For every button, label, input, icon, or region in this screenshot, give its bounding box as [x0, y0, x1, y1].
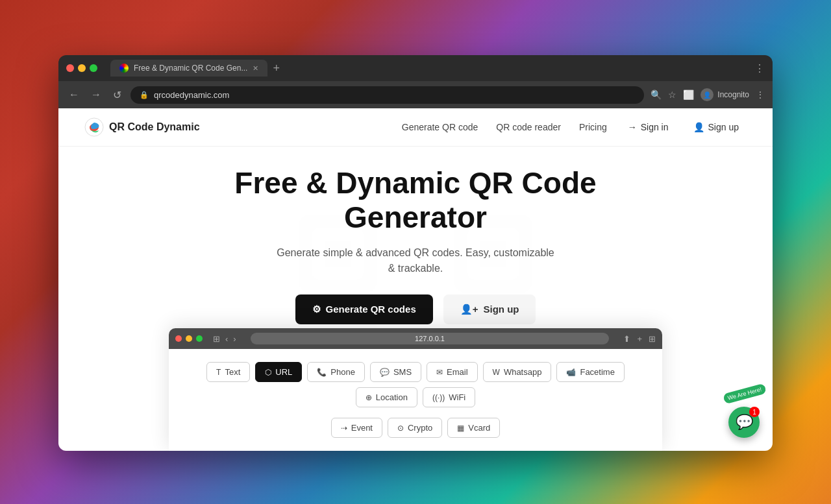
phone-icon: 📞 — [317, 368, 327, 377]
browser-titlebar: Free & Dynamic QR Code Gen... ✕ + ⋮ — [58, 55, 773, 81]
crypto-icon: ⊙ — [397, 424, 404, 433]
generate-qr-button[interactable]: ⚙ Generate QR codes — [295, 294, 433, 324]
qr-tab-facetime[interactable]: 📹 Facetime — [556, 362, 624, 382]
site-logo: QR Code Dynamic — [84, 117, 200, 137]
window-switch-icon[interactable]: ⬜ — [683, 90, 694, 100]
qr-tab-sms[interactable]: 💬 SMS — [370, 362, 421, 382]
nav-pricing-link[interactable]: Pricing — [579, 122, 607, 132]
chat-bubble: We Are Here! 💬 1 — [728, 407, 760, 438]
wifi-icon: ((·)) — [432, 393, 445, 402]
new-tab-button[interactable]: + — [270, 62, 282, 75]
signin-icon: → — [628, 122, 637, 132]
incognito-label: Incognito — [717, 90, 749, 99]
nav-reader-link[interactable]: QR code reader — [496, 122, 561, 132]
nested-close — [175, 335, 182, 342]
website-content: QR Code Dynamic Generate QR code QR code… — [58, 108, 773, 451]
tab-title: Free & Dynamic QR Code Gen... — [134, 64, 247, 73]
logo-icon — [84, 117, 104, 137]
maximize-button[interactable] — [90, 64, 97, 72]
hero-subtitle: Generate simple & advanced QR codes. Eas… — [273, 245, 558, 276]
logo-text: QR Code Dynamic — [109, 121, 200, 133]
tab-favicon — [119, 64, 129, 73]
tab-close-icon[interactable]: ✕ — [253, 64, 258, 73]
nested-address-bar: 127.0.0.1 — [251, 333, 610, 344]
location-icon: ⊕ — [366, 393, 372, 402]
nested-back-icon: ‹ — [225, 334, 228, 344]
signup-button[interactable]: 👤 Sign up — [686, 118, 747, 136]
qr-tab-vcard[interactable]: ▦ Vcard — [447, 418, 500, 438]
nested-minimize — [186, 335, 192, 342]
text-icon: T — [216, 368, 221, 377]
chat-badge: 1 — [749, 407, 760, 417]
email-icon: ✉ — [436, 368, 443, 377]
minimize-button[interactable] — [78, 64, 86, 72]
browser-window: Free & Dynamic QR Code Gen... ✕ + ⋮ ← → … — [58, 55, 773, 451]
nested-grid-icon: ⊞ — [213, 334, 220, 344]
nested-right-icons: ⬆ + ⊞ — [623, 334, 656, 344]
qr-tab-text[interactable]: T Text — [206, 362, 250, 382]
chat-button[interactable]: 💬 1 — [728, 407, 760, 438]
active-tab[interactable]: Free & Dynamic QR Code Gen... ✕ — [110, 60, 267, 77]
chat-label: We Are Here! — [723, 383, 767, 405]
tab-bar: Free & Dynamic QR Code Gen... ✕ + — [110, 60, 749, 77]
nested-add-icon: + — [637, 334, 642, 344]
qr-tab-crypto[interactable]: ⊙ Crypto — [388, 418, 442, 438]
vcard-icon: ▦ — [457, 424, 464, 433]
nested-content: T Text ⬡ URL 📞 Phone 💬 — [169, 349, 662, 451]
site-nav: QR Code Dynamic Generate QR code QR code… — [58, 108, 773, 147]
nested-forward-icon: › — [233, 334, 236, 344]
nested-share-icon: ⬆ — [623, 334, 630, 344]
event-icon: ⇢ — [341, 424, 347, 433]
qr-tab-phone[interactable]: 📞 Phone — [307, 362, 365, 382]
signin-button[interactable]: → Sign in — [620, 118, 676, 136]
address-bar[interactable]: 🔒 qrcodedynamic.com — [130, 86, 644, 104]
hero-signup-icon: 👤+ — [460, 304, 478, 315]
qr-tab-event[interactable]: ⇢ Event — [331, 418, 382, 438]
qr-tabs-row2: ⇢ Event ⊙ Crypto ▦ Vcard — [188, 418, 643, 438]
url-icon: ⬡ — [265, 368, 271, 377]
hero-section: Free & Dynamic QR Code Generator Generat… — [58, 147, 773, 451]
url-text: qrcodedynamic.com — [154, 90, 229, 100]
nav-auth: → Sign in 👤 Sign up — [620, 118, 747, 136]
browser-toolbar: ← → ↺ 🔒 qrcodedynamic.com 🔍 ☆ ⬜ 👤 Incogn… — [58, 81, 773, 108]
facetime-icon: 📹 — [566, 368, 576, 377]
nested-toolbar-icons: ⊞ ‹ › — [213, 334, 236, 344]
qr-tab-whatsapp[interactable]: W Whatsapp — [483, 362, 552, 382]
nested-maximize — [196, 335, 203, 342]
incognito-button[interactable]: 👤 Incognito — [701, 88, 749, 101]
incognito-icon: 👤 — [701, 88, 713, 101]
search-icon[interactable]: 🔍 — [651, 90, 662, 100]
window-menu-icon[interactable]: ⋮ — [754, 62, 765, 75]
toolbar-right: 🔍 ☆ ⬜ 👤 Incognito ⋮ — [651, 88, 765, 101]
hero-buttons: ⚙ Generate QR codes 👤+ Sign up — [295, 294, 536, 324]
refresh-button[interactable]: ↺ — [110, 86, 124, 104]
generate-icon: ⚙ — [312, 304, 321, 315]
qr-tab-email[interactable]: ✉ Email — [427, 362, 478, 382]
bookmark-icon[interactable]: ☆ — [668, 90, 676, 100]
nested-titlebar: ⊞ ‹ › 127.0.0.1 ⬆ + ⊞ — [169, 328, 662, 349]
nested-url: 127.0.0.1 — [415, 335, 445, 342]
qr-tabs-row1: T Text ⬡ URL 📞 Phone 💬 — [188, 362, 643, 407]
hero-title: Free & Dynamic QR Code Generator — [221, 166, 610, 235]
signup-icon: 👤 — [693, 122, 704, 132]
nav-links: Generate QR code QR code reader Pricing — [402, 121, 607, 133]
forward-button[interactable]: → — [88, 86, 104, 103]
lock-icon: 🔒 — [140, 91, 149, 99]
qr-tab-url[interactable]: ⬡ URL — [255, 362, 302, 382]
close-button[interactable] — [66, 64, 74, 72]
qr-tab-wifi[interactable]: ((·)) WiFi — [423, 387, 475, 407]
sms-icon: 💬 — [380, 368, 390, 377]
back-button[interactable]: ← — [66, 86, 82, 103]
whatsapp-icon: W — [493, 368, 500, 377]
hero-signup-button[interactable]: 👤+ Sign up — [443, 294, 536, 324]
nested-browser: ⊞ ‹ › 127.0.0.1 ⬆ + ⊞ — [169, 328, 662, 451]
more-menu-icon[interactable]: ⋮ — [756, 90, 765, 100]
traffic-lights — [66, 64, 97, 72]
chat-widget: We Are Here! 💬 1 — [728, 407, 760, 438]
nested-more-icon: ⊞ — [649, 334, 656, 344]
nav-generate-link[interactable]: Generate QR code — [402, 122, 478, 132]
qr-tab-location[interactable]: ⊕ Location — [356, 387, 417, 407]
